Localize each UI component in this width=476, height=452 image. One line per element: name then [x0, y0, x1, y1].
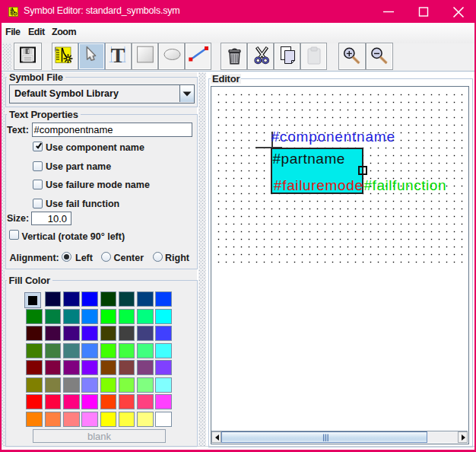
svg-text:T: T	[111, 43, 125, 67]
